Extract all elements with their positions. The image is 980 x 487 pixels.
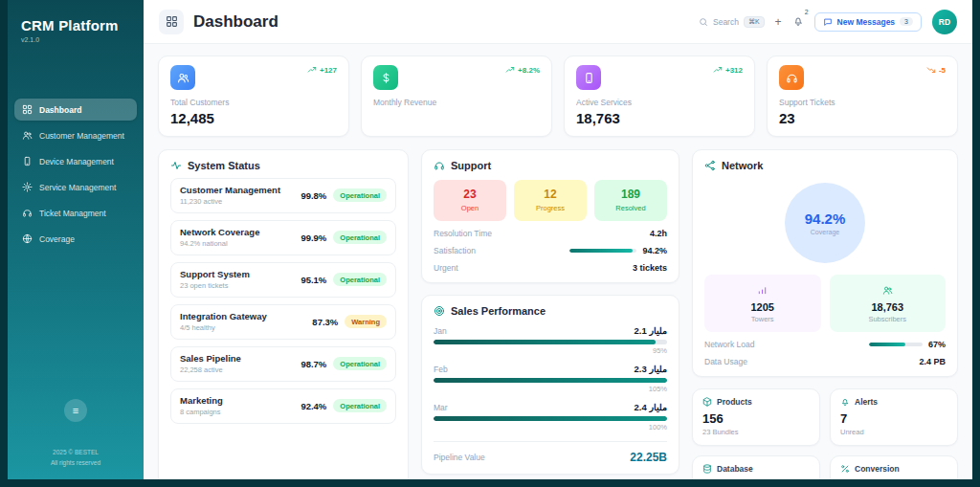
system-status-card: System Status Customer Management 11,230… <box>158 149 409 479</box>
status-name: Support System <box>180 269 250 279</box>
status-badge: Operational <box>333 273 387 286</box>
metric-urgent: Urgent 3 tickets <box>434 263 667 273</box>
sidebar-item-customer-management[interactable]: Customer Management <box>14 124 137 146</box>
support-progress-label: Progress <box>514 204 587 212</box>
network-load-bar <box>869 343 923 346</box>
metric-label: Resolution Time <box>434 229 492 238</box>
support-resolved-value: 189 <box>594 188 667 201</box>
mini-card-title: Conversion <box>855 464 900 474</box>
database-card: Database 2.4 GB Backed up <box>692 455 820 479</box>
database-icon <box>702 464 712 474</box>
stats-row: +127 Total Customers 12,485 +8.2% <box>158 55 958 137</box>
dollar-icon <box>373 65 398 90</box>
sidebar-item-service-management[interactable]: Service Management <box>14 176 137 198</box>
card-title: Sales Performance <box>451 305 546 317</box>
mini-card-value: 156 <box>702 411 810 426</box>
rights-text: All rights reserved <box>8 457 144 468</box>
network-load-value: 67% <box>928 340 946 349</box>
middle-column: Support 23 Open 12 Progress <box>421 149 679 479</box>
stat-label: Support Tickets <box>779 98 946 107</box>
add-button[interactable]: + <box>775 15 782 29</box>
sidebar-item-label: Dashboard <box>39 105 81 115</box>
top-header: Dashboard Search ⌘K + 2 New Messages 3 <box>144 0 972 44</box>
dashboard-grid-icon <box>22 104 33 115</box>
status-name: Sales Pipeline <box>180 353 241 364</box>
stat-label: Active Services <box>576 98 743 107</box>
status-name: Customer Management <box>180 185 280 195</box>
status-badge: Operational <box>333 399 387 412</box>
menu-icon: ≡ <box>73 405 78 416</box>
network-card: Network 94.2% Coverage 1205 Towers <box>692 149 958 377</box>
box-icon <box>702 397 712 407</box>
status-row: Customer Management 11,230 active 99.8% … <box>170 178 396 213</box>
sidebar-item-label: Device Management <box>39 157 114 166</box>
app-version: v2.1.0 <box>21 36 130 43</box>
sidebar-nav: Dashboard Customer Management Device Man… <box>8 99 144 250</box>
satisfaction-progress-bar <box>569 249 636 253</box>
support-resolved-box: 189 Resolved <box>594 180 667 221</box>
status-name: Network Coverage <box>180 227 259 237</box>
sales-row: Jan 2.1 مليار 95% <box>434 325 667 355</box>
coverage-value: 94.2% <box>805 210 846 227</box>
copyright-text: 2025 © BESTEL <box>8 447 144 457</box>
dashboard-content: +127 Total Customers 12,485 +8.2% <box>144 44 972 479</box>
towers-label: Towers <box>704 315 821 323</box>
subscribers-value: 18,763 <box>830 301 947 313</box>
status-uptime: 87.3% <box>312 317 338 327</box>
bell-icon <box>840 397 850 407</box>
data-usage-label: Data Usage <box>704 357 747 366</box>
new-messages-button[interactable]: New Messages 3 <box>814 12 922 32</box>
new-messages-badge: 3 <box>900 17 913 26</box>
notifications-button[interactable]: 2 <box>792 13 804 31</box>
sales-percent: 105% <box>434 385 667 393</box>
status-sub: 8 campaigns <box>180 408 223 416</box>
metric-label: Satisfaction <box>434 246 476 255</box>
towers-value: 1205 <box>704 301 821 313</box>
sidebar-item-label: Ticket Managment <box>39 209 106 218</box>
status-uptime: 95.1% <box>301 275 326 285</box>
coverage-gauge: 94.2% Coverage <box>785 183 865 263</box>
network-icon <box>704 160 716 171</box>
headset-icon <box>22 208 33 218</box>
status-badge: Warning <box>345 315 387 328</box>
status-sub: 4/5 healthy <box>180 323 267 332</box>
chat-icon <box>823 17 833 27</box>
users-icon <box>170 65 195 90</box>
status-sub: 94.2% national <box>180 239 259 248</box>
sales-percent: 100% <box>434 423 667 432</box>
sales-value: 2.3 مليار <box>635 364 667 374</box>
card-title: Support <box>451 160 491 171</box>
sales-bar <box>434 416 667 421</box>
users-icon <box>22 130 33 141</box>
search-label: Search <box>713 17 739 27</box>
card-title: System Status <box>188 160 260 171</box>
stat-card-support-tickets: -5 Support Tickets 23 <box>767 55 958 137</box>
user-avatar[interactable]: RD <box>932 10 957 34</box>
sidebar-item-ticket-management[interactable]: Ticket Managment <box>14 202 137 224</box>
stat-label: Total Customers <box>170 98 337 107</box>
support-resolved-label: Resolved <box>594 204 667 212</box>
conversion-card: Conversion 38.2% 156 deals <box>830 455 958 479</box>
sidebar-menu-button[interactable]: ≡ <box>64 399 87 422</box>
metric-label: Urgent <box>434 263 458 273</box>
globe-icon <box>22 233 33 244</box>
support-open-box: 23 Open <box>434 180 506 221</box>
search-control[interactable]: Search ⌘K <box>699 16 765 28</box>
network-load-label: Network Load <box>704 340 754 349</box>
device-icon <box>22 156 33 166</box>
sales-bar <box>434 340 667 344</box>
sales-value: 2.1 مليار <box>635 325 667 336</box>
users-icon <box>882 285 893 296</box>
status-row: Network Coverage 94.2% national 99.9% Op… <box>170 220 396 255</box>
sidebar-item-dashboard[interactable]: Dashboard <box>14 99 137 121</box>
sidebar-item-coverage[interactable]: Coverage <box>14 228 137 250</box>
sidebar-footer: 2025 © BESTEL All rights reserved <box>8 447 144 468</box>
support-progress-value: 12 <box>514 188 587 201</box>
sidebar-item-device-management[interactable]: Device Management <box>14 150 137 172</box>
sidebar-header: CRM Platform v2.1.0 <box>8 0 144 56</box>
search-icon <box>699 17 708 27</box>
trend-value: +127 <box>320 66 337 75</box>
trend-indicator: +8.2% <box>505 65 540 75</box>
metric-value: 4.2h <box>650 229 667 238</box>
dashboard-grid-icon <box>166 15 178 28</box>
